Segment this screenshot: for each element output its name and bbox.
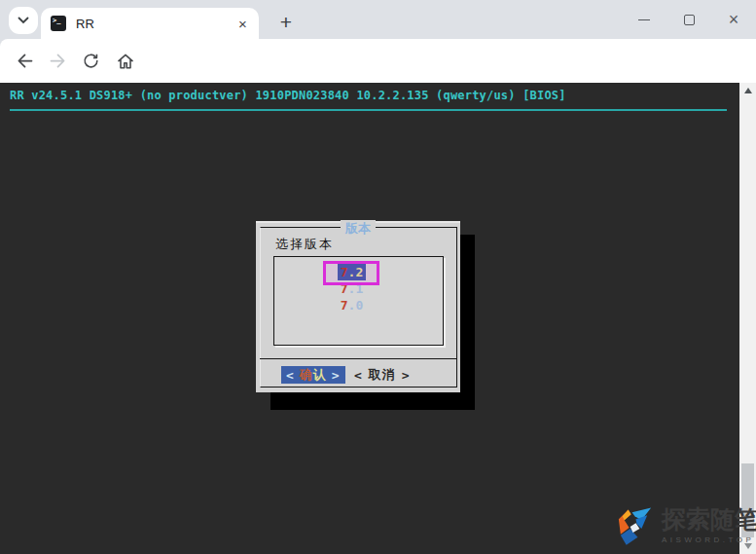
menu-item-7-1[interactable]: 7.1 [338, 280, 366, 297]
watermark-logo-icon [613, 505, 657, 552]
minimize-icon [638, 19, 650, 20]
version-menu: 7.2 7.1 7.0 [273, 256, 444, 346]
home-icon [116, 52, 135, 71]
menu-item-7-2[interactable]: 7.2 [338, 264, 366, 280]
watermark-title: 探索随笔 [662, 505, 756, 535]
new-tab-button[interactable]: + [272, 9, 300, 36]
close-button[interactable]: × [711, 0, 756, 39]
menu-item-7-0[interactable]: 7.0 [338, 297, 366, 314]
page-scrollbar[interactable] [739, 83, 756, 554]
browser-tab[interactable]: >_ RR × [41, 8, 259, 39]
confirm-button[interactable]: <确认> [281, 366, 345, 384]
dialog-prompt: 选择版本 [275, 236, 334, 253]
scrollbar-up-button[interactable] [739, 83, 756, 98]
back-button[interactable] [10, 47, 39, 76]
dialog-title: 版本 [341, 220, 376, 238]
tab-close-button[interactable]: × [234, 16, 251, 32]
chevron-down-icon [18, 17, 29, 24]
maximize-icon [684, 15, 695, 25]
tab-title: RR [76, 17, 234, 31]
refresh-icon [82, 52, 100, 70]
cancel-button[interactable]: <取消> [350, 366, 414, 384]
minimize-button[interactable] [622, 0, 666, 39]
terminal-header: RR v24.5.1 DS918+ (no productver) 1910PD… [10, 89, 566, 102]
tab-strip: >_ RR × + × [0, 0, 756, 39]
forward-arrow-icon [48, 51, 68, 71]
watermark-subtitle: AISWORD.TOP [662, 536, 756, 544]
refresh-button[interactable] [76, 47, 105, 76]
dialog-button-row: <确认> <取消> [256, 366, 460, 384]
window-controls: × [622, 0, 756, 39]
dialog-button-separator [260, 358, 457, 359]
triangle-up-icon [744, 88, 752, 93]
forward-button[interactable] [43, 47, 72, 76]
back-arrow-icon [15, 51, 35, 71]
close-icon: × [729, 11, 739, 28]
version-dialog: 版本 选择版本 7.2 7.1 7.0 [256, 221, 460, 392]
browser-window: >_ RR × + × [0, 0, 756, 554]
terminal-rule [10, 109, 727, 111]
home-button[interactable] [111, 47, 140, 76]
terminal-favicon-icon: >_ [51, 16, 66, 31]
maximize-button[interactable] [666, 0, 711, 39]
terminal-viewport[interactable]: RR v24.5.1 DS918+ (no productver) 1910PD… [0, 83, 739, 554]
browser-toolbar: 不安全 http://10.2.2.135:7681 G 文 [0, 39, 756, 83]
tab-search-button[interactable] [9, 7, 38, 34]
watermark: 探索随笔 AISWORD.TOP [613, 505, 756, 554]
